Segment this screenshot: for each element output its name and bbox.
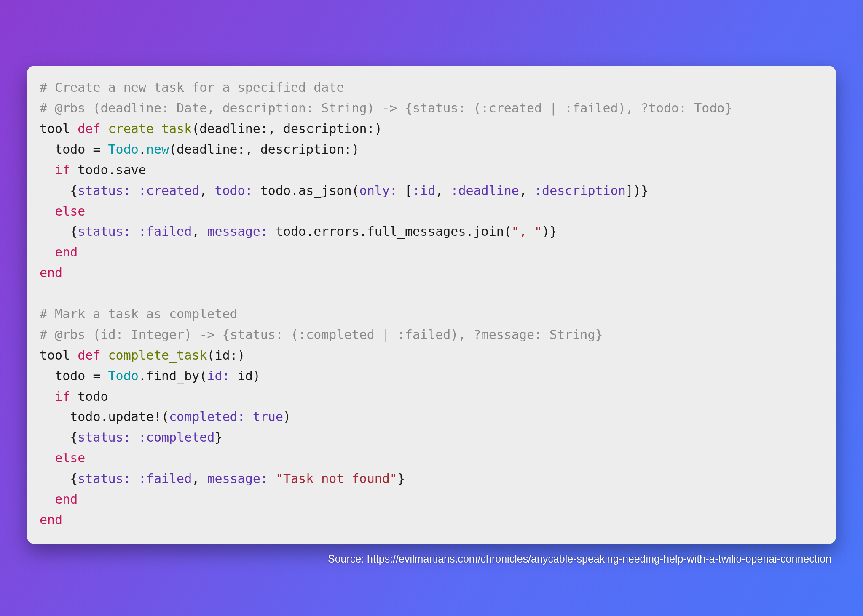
code-comment: # @rbs (id: Integer) -> {status: (:compl… (40, 327, 603, 342)
code-comment: # @rbs (deadline: Date, description: Str… (40, 101, 732, 115)
code-line: else (40, 204, 85, 219)
code-line: end (40, 245, 78, 259)
code-line: else (40, 451, 85, 465)
code-line: todo = Todo.new(deadline:, description:) (40, 142, 359, 157)
code-line: {status: :failed, message: todo.errors.f… (40, 224, 557, 239)
code-line: {status: :created, todo: todo.as_json(on… (40, 183, 649, 198)
code-card: # Create a new task for a specified date… (27, 66, 836, 544)
code-line: todo.update!(completed: true) (40, 409, 291, 424)
code-line: end (40, 512, 62, 527)
code-line: if todo (40, 389, 108, 404)
code-line: tool def complete_task(id:) (40, 348, 245, 363)
code-comment: # Create a new task for a specified date (40, 80, 344, 95)
code-line: todo = Todo.find_by(id: id) (40, 368, 260, 383)
code-line: {status: :failed, message: "Task not fou… (40, 471, 405, 486)
code-line: {status: :completed} (40, 430, 222, 445)
code-block: # Create a new task for a specified date… (40, 77, 823, 531)
code-line: if todo.save (40, 163, 146, 177)
code-line: end (40, 492, 78, 507)
code-line: tool def create_task(deadline:, descript… (40, 121, 382, 136)
code-comment: # Mark a task as completed (40, 307, 238, 321)
source-attribution: Source: https://evilmartians.com/chronic… (328, 553, 831, 565)
code-line: end (40, 265, 62, 280)
